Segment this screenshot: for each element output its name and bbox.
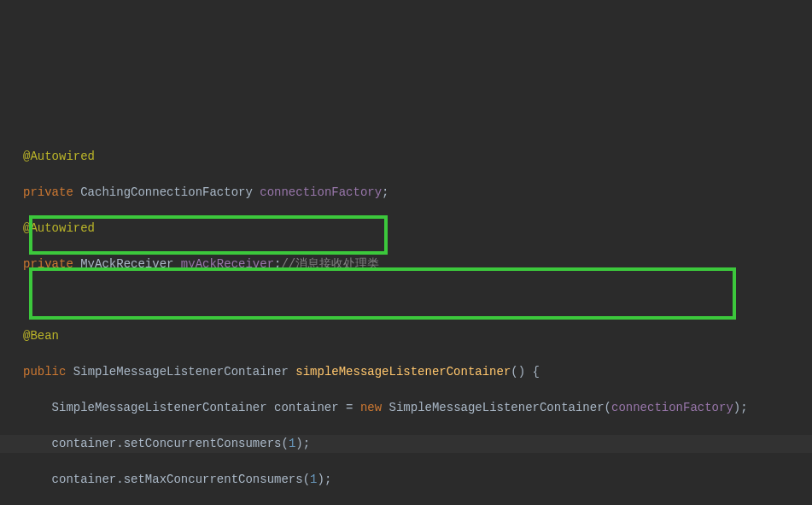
code-editor: @Autowired private CachingConnectionFact…: [0, 0, 812, 505]
annotation-autowired: @Autowired: [23, 150, 95, 163]
annotation-bean: @Bean: [23, 329, 59, 343]
code-block: @Autowired private CachingConnectionFact…: [23, 130, 812, 505]
annotation-autowired: @Autowired: [23, 221, 95, 235]
